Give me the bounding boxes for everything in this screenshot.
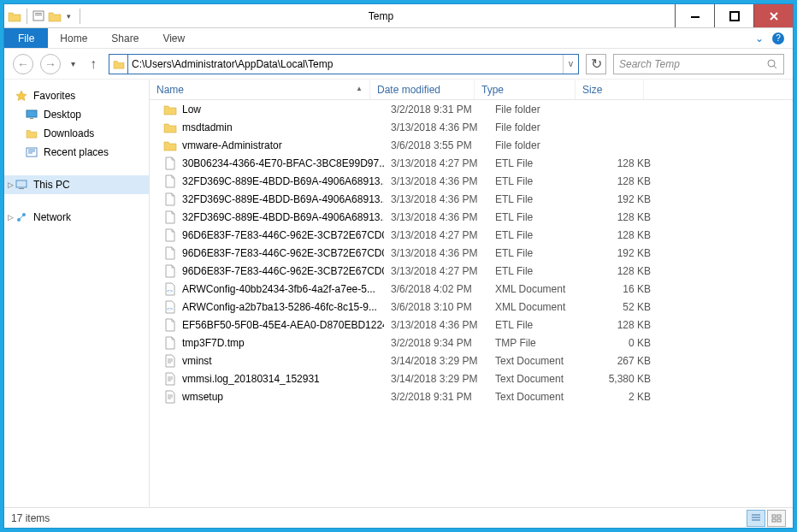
file-name: ARWConfig-a2b7ba13-5286-46fc-8c15-9... (182, 301, 377, 313)
svg-rect-2 (35, 15, 42, 15)
qat-customize-icon[interactable]: ▾ (63, 12, 74, 21)
file-name: EF56BF50-5F0B-45E4-AEA0-D870EBD1224... (182, 319, 384, 331)
nav-thispc[interactable]: ▷This PC (4, 175, 149, 194)
tab-share[interactable]: Share (99, 28, 151, 48)
file-list: Name▲ Date modified Type Size Low3/2/201… (150, 80, 793, 507)
search-placeholder: Search Temp (619, 58, 766, 70)
file-size: 2 KB (589, 391, 658, 403)
file-date: 3/13/2018 4:36 PM (384, 211, 488, 223)
col-date[interactable]: Date modified (370, 80, 475, 99)
file-row[interactable]: 32FD369C-889E-4BDD-B69A-4906A68913...3/1… (163, 190, 793, 208)
svg-rect-1 (35, 13, 42, 14)
col-name[interactable]: Name▲ (150, 80, 370, 99)
status-bar: 17 items (4, 507, 793, 528)
back-button[interactable]: ← (13, 54, 33, 74)
file-type: Text Document (488, 373, 589, 385)
file-row[interactable]: 32FD369C-889E-4BDD-B69A-4906A68913...3/1… (163, 172, 793, 190)
file-row[interactable]: EF56BF50-5F0B-45E4-AEA0-D870EBD1224...3/… (163, 316, 793, 334)
maximize-button[interactable] (714, 4, 753, 27)
icons-view-button[interactable] (767, 510, 786, 527)
file-icon (163, 318, 177, 332)
file-size: 128 KB (589, 265, 658, 277)
ribbon-expand-icon[interactable]: ⌄ (755, 33, 764, 44)
qat-open-icon[interactable] (48, 9, 62, 23)
close-button[interactable] (753, 4, 793, 27)
file-row[interactable]: Low3/2/2018 9:31 PMFile folder (163, 100, 793, 118)
address-field[interactable]: v (109, 54, 579, 74)
file-tab[interactable]: File (4, 28, 48, 48)
nav-desktop[interactable]: Desktop (4, 105, 149, 124)
downloads-icon (25, 127, 38, 140)
file-icon (163, 228, 177, 242)
file-row[interactable]: 32FD369C-889E-4BDD-B69A-4906A68913...3/1… (163, 208, 793, 226)
file-size: 267 KB (589, 355, 658, 367)
txt-icon (163, 372, 177, 386)
svg-rect-0 (33, 11, 44, 21)
file-type: ETL File (488, 319, 589, 331)
forward-button[interactable]: → (40, 54, 61, 74)
col-size[interactable]: Size (576, 80, 644, 99)
recent-icon (25, 145, 38, 159)
file-row[interactable]: <>ARWConfig-40bb2434-3fb6-4a2f-a7ee-5...… (163, 280, 793, 298)
window-title: Temp (87, 4, 675, 27)
file-name: 96D6E83F-7E83-446C-962E-3CB72E67CD0... (182, 247, 384, 259)
qat-new-folder-icon[interactable] (32, 9, 46, 23)
file-type: XML Document (488, 283, 589, 295)
file-row[interactable]: 30B06234-4366-4E70-BFAC-3BC8E99D97...3/1… (163, 154, 793, 172)
file-row[interactable]: vminst3/14/2018 3:29 PMText Document267 … (163, 352, 793, 369)
file-size: 128 KB (589, 319, 658, 331)
refresh-button[interactable]: ↻ (586, 54, 606, 74)
file-row[interactable]: vmware-Administrator3/6/2018 3:55 PMFile… (163, 136, 793, 154)
expand-icon[interactable]: ▷ (8, 213, 14, 222)
file-name: 32FD369C-889E-4BDD-B69A-4906A68913... (182, 175, 384, 187)
explorer-window: ▾ Temp File Home Share View ⌄ ? ← → ▾ ↑ … (3, 3, 794, 529)
svg-rect-3 (691, 16, 700, 18)
file-row[interactable]: tmp3F7D.tmp3/2/2018 9:34 PMTMP File0 KB (163, 334, 793, 352)
up-button[interactable]: ↑ (85, 56, 102, 73)
column-headers: Name▲ Date modified Type Size (150, 80, 793, 100)
minimize-button[interactable] (675, 4, 714, 27)
file-name: Low (182, 103, 201, 115)
file-date: 3/14/2018 3:29 PM (384, 355, 488, 367)
file-date: 3/2/2018 9:31 PM (384, 103, 488, 115)
txt-icon (163, 354, 177, 368)
address-history-icon[interactable]: v (563, 55, 578, 74)
col-type[interactable]: Type (475, 80, 576, 99)
tab-view[interactable]: View (151, 28, 197, 48)
path-input[interactable] (128, 55, 563, 74)
file-type: ETL File (488, 265, 589, 277)
file-row[interactable]: msdtadmin3/13/2018 4:36 PMFile folder (163, 118, 793, 136)
file-row[interactable]: 96D6E83F-7E83-446C-962E-3CB72E67CD0...3/… (163, 244, 793, 262)
desktop-icon (25, 108, 38, 121)
file-row[interactable]: <>ARWConfig-a2b7ba13-5286-46fc-8c15-9...… (163, 298, 793, 316)
details-view-button[interactable] (747, 510, 765, 527)
search-box[interactable]: Search Temp (613, 54, 784, 74)
svg-point-5 (768, 60, 775, 67)
nav-network[interactable]: ▷Network (4, 208, 149, 227)
svg-rect-18 (777, 519, 781, 522)
help-icon[interactable]: ? (772, 33, 784, 44)
file-icon (163, 264, 177, 278)
file-name: 96D6E83F-7E83-446C-962E-3CB72E67CD0... (182, 265, 384, 277)
file-type: ETL File (488, 193, 589, 205)
file-row[interactable]: vmmsi.log_20180314_1529313/14/2018 3:29 … (163, 369, 793, 387)
file-date: 3/14/2018 3:29 PM (384, 373, 488, 385)
file-date: 3/2/2018 9:34 PM (384, 337, 488, 349)
nav-favorites[interactable]: Favorites (4, 86, 149, 105)
nav-downloads[interactable]: Downloads (4, 124, 149, 143)
file-type: File folder (488, 139, 589, 151)
txt-icon (163, 390, 177, 404)
file-type: Text Document (488, 391, 589, 403)
file-row[interactable]: 96D6E83F-7E83-446C-962E-3CB72E67CD0...3/… (163, 226, 793, 244)
nav-recent[interactable]: Recent places (4, 143, 149, 162)
svg-text:<>: <> (167, 306, 174, 311)
svg-text:<>: <> (167, 288, 174, 293)
file-icon (163, 210, 177, 224)
file-name: msdtadmin (182, 121, 233, 133)
expand-icon[interactable]: ▷ (8, 180, 14, 189)
file-row[interactable]: wmsetup3/2/2018 9:31 PMText Document2 KB (163, 387, 793, 405)
tab-home[interactable]: Home (48, 28, 99, 48)
file-row[interactable]: 96D6E83F-7E83-446C-962E-3CB72E67CD0...3/… (163, 262, 793, 280)
file-type: ETL File (488, 211, 589, 223)
recent-locations-icon[interactable]: ▾ (68, 54, 78, 74)
